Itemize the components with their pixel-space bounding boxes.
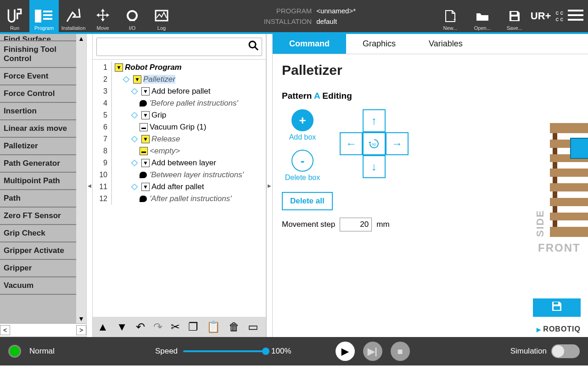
program-tool[interactable]: Program	[29, 0, 59, 32]
scroll-up-icon[interactable]: ▲	[77, 34, 85, 43]
palette-item-gripper[interactable]: Gripper	[0, 260, 76, 277]
palette-item-find-surface[interactable]: Find Surface	[0, 35, 76, 41]
tree-row-10[interactable]: 10'Between layer instructions'	[93, 169, 266, 181]
move-down-icon[interactable]: ▼	[117, 320, 128, 333]
speed-slider[interactable]	[183, 350, 266, 352]
palette-item-force-control[interactable]: Force Control	[0, 85, 76, 103]
simulation-toggle[interactable]	[551, 344, 580, 358]
urplus-icon[interactable]: UR+	[531, 10, 551, 22]
delete-box-button[interactable]: -	[291, 150, 314, 172]
tree-row-7[interactable]: 7▼Release	[93, 133, 266, 145]
movement-step-input[interactable]	[340, 218, 372, 231]
new-label: New...	[443, 25, 457, 31]
tree-row-12[interactable]: 12'After pallet instructions'	[93, 193, 266, 205]
move-label: Move	[97, 25, 109, 31]
save-tool[interactable]: Save...	[498, 0, 531, 32]
tree-row-6[interactable]: 6▬Vacuum Grip (1)	[93, 121, 266, 133]
delete-icon[interactable]: 🗑	[229, 320, 240, 333]
log-tool[interactable]: Log	[147, 0, 176, 32]
open-tool[interactable]: Open...	[466, 0, 498, 32]
new-tool[interactable]: + New...	[434, 0, 466, 32]
save-label: Save...	[507, 25, 522, 31]
speed-value: 100%	[271, 347, 291, 356]
resize-handle-left[interactable]: ◀	[86, 34, 93, 337]
tree-row-1[interactable]: 1▼Robot Program	[93, 62, 266, 73]
open-folder-icon	[476, 7, 489, 25]
hamburger-icon[interactable]	[568, 9, 583, 23]
stop-button[interactable]: ■	[391, 342, 410, 361]
svg-text:+: +	[453, 16, 456, 22]
add-box-label: Add box	[289, 133, 316, 141]
tab-variables[interactable]: Variables	[412, 34, 479, 54]
dpad-left-button[interactable]: ←	[340, 132, 363, 155]
svg-rect-16	[554, 306, 560, 310]
redo-icon[interactable]: ↷	[153, 320, 162, 333]
command-panel: Command Graphics Variables Palletizer Pa…	[273, 34, 588, 337]
scroll-down-icon[interactable]: ▼	[77, 314, 85, 323]
copy-icon[interactable]: ❐	[188, 320, 198, 333]
palette-item-path-generator[interactable]: Path Generator	[0, 155, 76, 173]
run-tool[interactable]: Run	[0, 0, 29, 32]
search-input[interactable]	[100, 42, 248, 51]
dpad-right-button[interactable]: →	[386, 132, 409, 155]
palette-item-palletizer[interactable]: Palletizer	[0, 138, 76, 155]
add-box-button[interactable]: +	[291, 109, 314, 131]
palette-item-insertion[interactable]: Insertion	[0, 103, 76, 120]
cut-icon[interactable]: ✂	[171, 320, 180, 333]
panel-save-button[interactable]	[533, 298, 581, 317]
installation-tool[interactable]: Installation	[59, 0, 88, 32]
nav-prev-button[interactable]: <	[0, 325, 10, 335]
palette-item-finishing-tool-control[interactable]: Finishing Tool Control	[0, 41, 76, 68]
palette-scrollbar[interactable]: ▲ ▼	[76, 34, 86, 323]
paste-icon[interactable]: 📋	[207, 320, 220, 333]
tree-row-4[interactable]: 4'Before pallet instructions'	[93, 97, 266, 109]
pallet-grid[interactable]	[550, 123, 588, 237]
palette-item-path[interactable]: Path	[0, 190, 76, 208]
tree-edit-toolbar: ▲ ▼ ↶ ↷ ✂ ❐ 📋 🗑 ▭	[93, 317, 266, 337]
svg-rect-15	[554, 302, 558, 304]
svg-rect-8	[511, 17, 518, 20]
cc-icon[interactable]: c cc c	[555, 10, 563, 23]
palette-item-zero-ft-sensor[interactable]: Zero FT Sensor	[0, 208, 76, 225]
tree-row-2[interactable]: 2▼Palletizer	[93, 73, 266, 85]
bottom-bar: Normal Speed 100% ▶ ▶| ■ Simulation	[0, 337, 588, 365]
palette-item-multipoint-path[interactable]: Multipoint Path	[0, 173, 76, 190]
dpad-down-button[interactable]: ↓	[363, 155, 386, 178]
search-icon[interactable]	[248, 40, 259, 54]
suppress-icon[interactable]: ▭	[248, 320, 258, 333]
tree-row-8[interactable]: 8▬<empty>	[93, 145, 266, 157]
dpad-up-button[interactable]: ↑	[363, 109, 386, 132]
palette-item-grip-check[interactable]: Grip Check	[0, 225, 76, 242]
program-label: Program	[34, 25, 54, 31]
tree-row-11[interactable]: 11▼Add after pallet	[93, 181, 266, 193]
program-tree[interactable]: 1▼Robot Program2▼Palletizer3▼Add before …	[93, 60, 266, 317]
header-center: PROGRAM <unnamed>* INSTALLATION default	[185, 0, 434, 32]
svg-point-4	[128, 11, 137, 20]
box-1[interactable]	[570, 138, 588, 159]
play-button[interactable]: ▶	[336, 342, 355, 361]
palette-item-vacuum[interactable]: Vacuum	[0, 277, 76, 295]
tree-row-3[interactable]: 3▼Add before pallet	[93, 85, 266, 97]
nav-next-button[interactable]: >	[76, 325, 86, 335]
move-tool[interactable]: Move	[88, 0, 118, 32]
status-indicator	[8, 345, 21, 358]
palette-item-gripper-activate[interactable]: Gripper Activate	[0, 242, 76, 260]
delete-all-button[interactable]: Delete all	[282, 192, 333, 210]
resize-handle-right[interactable]: ▶	[266, 34, 273, 337]
simulation-label: Simulation	[510, 347, 547, 356]
delete-box-label: Delete box	[285, 174, 320, 182]
undo-icon[interactable]: ↶	[136, 320, 145, 333]
step-button[interactable]: ▶|	[363, 342, 382, 361]
palette-item-linear-axis-move[interactable]: Linear axis move	[0, 120, 76, 138]
tab-graphics[interactable]: Graphics	[346, 34, 412, 54]
palette-item-force-event[interactable]: Force Event	[0, 68, 76, 85]
robotiq-logo: ROBOTIQ	[537, 325, 581, 333]
tree-row-9[interactable]: 9▼Add between layer	[93, 157, 266, 169]
move-up-icon[interactable]: ▲	[97, 320, 108, 333]
install-key: INSTALLATION	[264, 17, 312, 25]
tab-command[interactable]: Command	[273, 34, 346, 54]
dpad: ↑ ← 90 → ↓	[340, 109, 409, 182]
tree-row-5[interactable]: 5▼Grip	[93, 109, 266, 121]
io-tool[interactable]: I/O	[118, 0, 147, 32]
dpad-rotate-button[interactable]: 90	[363, 132, 386, 155]
